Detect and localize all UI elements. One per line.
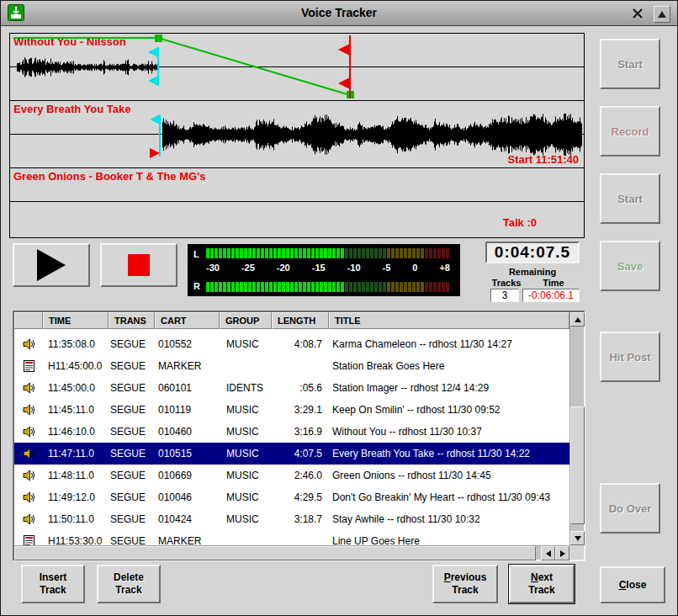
close-window-icon[interactable] bbox=[630, 6, 645, 21]
meter-segment bbox=[345, 282, 348, 292]
cell-title: Keep On Smilin' -- rdhost 11/30 09:52 bbox=[329, 404, 569, 416]
vertical-scrollbar[interactable] bbox=[569, 312, 584, 545]
cell-group: MUSIC bbox=[220, 426, 272, 438]
maximize-window-icon[interactable] bbox=[654, 6, 670, 23]
record-button[interactable]: Record bbox=[600, 106, 660, 157]
cell-title: Without You -- rdhost 11/30 10:37 bbox=[329, 426, 569, 438]
meter-segment bbox=[307, 282, 310, 292]
cell-group: MUSIC bbox=[220, 404, 272, 416]
vertical-scrollbar-thumb[interactable] bbox=[570, 406, 585, 524]
window-title: Voice Tracker bbox=[1, 6, 677, 19]
end-marker-flag-bottom[interactable] bbox=[338, 77, 350, 89]
fade-line[interactable] bbox=[13, 38, 350, 95]
meter-segment bbox=[395, 248, 399, 258]
talk-counter: Talk :0 bbox=[503, 216, 537, 229]
column-header-time[interactable]: TIME bbox=[43, 312, 109, 329]
markers-panel-2[interactable] bbox=[10, 101, 584, 168]
meter-segment bbox=[282, 248, 285, 258]
log-row[interactable]: H11:45:00.0SEGUEMARKERStation Break Goes… bbox=[14, 355, 569, 377]
column-header-title[interactable]: TITLE bbox=[329, 312, 569, 329]
segue-marker-flag-bottom[interactable] bbox=[148, 76, 158, 86]
column-header-group[interactable]: GROUP bbox=[220, 312, 272, 329]
previous-track-button[interactable]: Previous Track bbox=[432, 565, 498, 603]
scroll-left-button[interactable] bbox=[541, 546, 555, 560]
meter-segment bbox=[269, 248, 273, 258]
insert-track-button[interactable]: InsertTrack bbox=[21, 565, 85, 603]
scale-label: -10 bbox=[347, 263, 361, 273]
cell-title: Every Breath You Take -- rdhost 11/30 14… bbox=[329, 448, 569, 459]
column-header-length[interactable]: LENGTH bbox=[272, 312, 329, 329]
meter-segment bbox=[416, 282, 420, 292]
track-panel-3[interactable]: Green Onions - Booker T & The MG's Talk … bbox=[10, 168, 584, 236]
meter-segment bbox=[299, 282, 302, 292]
log-row[interactable]: 11:35:08.0SEGUE010552MUSIC4:08.7Karma Ch… bbox=[14, 333, 569, 355]
end-marker-flag-top[interactable] bbox=[338, 44, 350, 56]
log-row[interactable]: 11:45:00.0SEGUE060101IDENTS:05.6Station … bbox=[14, 377, 569, 399]
speaker-icon bbox=[23, 338, 35, 350]
cell-trans: SEGUE bbox=[109, 338, 155, 350]
next-track-button[interactable]: Next Track bbox=[509, 565, 575, 603]
horizontal-scrollbar[interactable] bbox=[14, 545, 569, 560]
markers-panel-1[interactable] bbox=[10, 34, 584, 101]
meter-segment bbox=[206, 282, 209, 292]
cell-cart: 010460 bbox=[155, 426, 220, 438]
log-row[interactable]: H11:53:30.0SEGUEMARKERLine UP Goes Here bbox=[14, 530, 569, 545]
track-3-title: Green Onions - Booker T & The MG's bbox=[13, 170, 205, 183]
log-row[interactable]: 11:50:11.0SEGUE010424MUSIC3:18.7Stay Awh… bbox=[14, 508, 569, 530]
track-panel-2[interactable]: Every Breath You Take Start 11:51:40 bbox=[10, 101, 584, 168]
meter-segment bbox=[336, 282, 340, 292]
log-row[interactable]: 11:45:11.0SEGUE010119MUSIC3:29.1Keep On … bbox=[14, 399, 569, 421]
cell-time: 11:48:11.0 bbox=[43, 470, 109, 481]
meter-segment bbox=[400, 282, 403, 292]
segue-marker-flag-top[interactable] bbox=[148, 47, 158, 57]
meter-segment bbox=[244, 282, 247, 292]
close-button[interactable]: Close bbox=[600, 566, 665, 603]
meter-segment bbox=[395, 282, 399, 292]
meter-segment bbox=[294, 248, 298, 258]
fade-start-handle[interactable] bbox=[155, 35, 162, 42]
stop-button[interactable] bbox=[100, 243, 177, 287]
hit-post-button[interactable]: Hit Post bbox=[600, 332, 660, 382]
column-header-icon[interactable] bbox=[14, 312, 43, 329]
start-1-button[interactable]: Start bbox=[600, 39, 660, 89]
scroll-right-button[interactable] bbox=[555, 546, 569, 560]
meter-segment bbox=[412, 248, 416, 258]
scale-label: -15 bbox=[312, 263, 326, 273]
do-over-button[interactable]: Do Over bbox=[600, 483, 660, 534]
start-2-button[interactable]: Start bbox=[600, 173, 660, 224]
remaining-tracks-value: 3 bbox=[490, 289, 519, 302]
scale-label: +8 bbox=[439, 263, 450, 273]
cell-length: 2:46.0 bbox=[272, 470, 329, 481]
stop-icon bbox=[128, 254, 150, 276]
titlebar[interactable]: Voice Tracker bbox=[1, 1, 677, 26]
log-row[interactable]: 11:48:11.0SEGUE010669MUSIC2:46.0Green On… bbox=[14, 465, 569, 486]
log-row[interactable]: 11:46:10.0SEGUE010460MUSIC3:16.9Without … bbox=[14, 421, 569, 443]
meter-segment bbox=[265, 282, 268, 292]
log-row[interactable]: 11:47:11.0SEGUE010515MUSIC4:07.5Every Br… bbox=[14, 443, 569, 465]
marker-icon bbox=[24, 360, 34, 372]
track-panel-1[interactable]: Without You - Nilsson bbox=[10, 34, 584, 101]
cell-length: 4:07.5 bbox=[272, 448, 329, 459]
start-marker-flag-top[interactable] bbox=[150, 114, 160, 125]
delete-track-button[interactable]: DeleteTrack bbox=[97, 565, 161, 603]
meter-segment bbox=[429, 282, 432, 292]
talk-marker-flag[interactable] bbox=[150, 148, 160, 158]
column-header-cart[interactable]: CART bbox=[155, 312, 220, 329]
play-button[interactable] bbox=[13, 243, 90, 287]
cell-icon bbox=[14, 426, 43, 438]
cell-title: Station Break Goes Here bbox=[329, 360, 569, 372]
cell-time: 11:50:11.0 bbox=[43, 513, 109, 525]
meter-segment bbox=[324, 282, 327, 292]
cell-cart: 010669 bbox=[155, 470, 220, 481]
scroll-down-button[interactable] bbox=[570, 531, 585, 545]
meter-segment bbox=[379, 282, 382, 292]
save-button[interactable]: Save bbox=[600, 241, 660, 291]
log-row[interactable]: 11:49:12.0SEGUE010046MUSIC4:29.5Don't Go… bbox=[14, 486, 569, 508]
scroll-up-button[interactable] bbox=[570, 312, 585, 327]
cell-length: 3:18.7 bbox=[272, 513, 329, 525]
horizontal-scrollbar-thumb[interactable] bbox=[14, 546, 536, 560]
cell-cart: 060101 bbox=[155, 382, 220, 394]
meter-segment bbox=[320, 282, 323, 292]
cell-group: MUSIC bbox=[220, 470, 272, 481]
column-header-trans[interactable]: TRANS bbox=[109, 312, 155, 329]
